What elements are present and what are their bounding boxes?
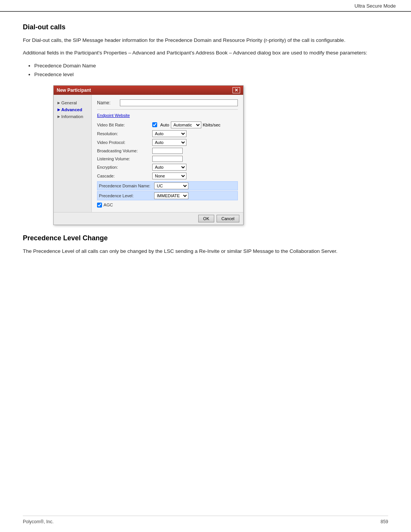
new-participant-dialog: New Participant ✕ ▶ General ▶ Advanced [53,85,244,225]
section2-para: The Precedence Level of all calls can on… [23,248,388,256]
cascade-select[interactable]: None [152,173,186,179]
dialog-sidebar: ▶ General ▶ Advanced ▶ Information [54,95,92,212]
video-protocol-label: Video Protocol: [97,140,152,145]
agc-checkbox[interactable] [97,203,102,208]
bullet-item-1: Precedence Domain Name [34,62,388,70]
auto-checkbox[interactable] [152,122,157,127]
top-bar: Ultra Secure Mode [0,0,411,12]
ok-button[interactable]: OK [198,215,214,222]
precedence-level-label: Precedence Level: [99,193,154,198]
cascade-row: Cascade: None [97,173,238,179]
sidebar-item-general[interactable]: ▶ General [57,99,88,106]
encryption-label: Encryption: [97,165,152,169]
precedence-level-value: IMMEDIATE [154,192,236,199]
encryption-value: Auto [152,164,238,171]
auto-label: Auto [160,123,169,127]
bullet-list: Precedence Domain Name Precedence level [34,62,388,79]
kbits-label: Kbits/sec [203,123,221,127]
video-bit-rate-value: Auto Automatic Kbits/sec [152,121,238,128]
name-input[interactable] [120,99,238,106]
precedence-domain-row: Precedence Domain Name: UC [97,181,238,190]
section1-heading: Dial-out calls [23,23,388,31]
precedence-level-row: Precedence Level: IMMEDIATE [97,191,238,200]
main-content: Dial-out calls For Dial-out calls, the S… [0,12,411,275]
nav-arrow-advanced: ▶ [57,108,60,112]
dialog-body: ▶ General ▶ Advanced ▶ Information [54,95,243,212]
section1-para1: For Dial-out calls, the SIP Message head… [23,37,388,45]
cancel-button[interactable]: Cancel [217,215,239,222]
precedence-domain-select[interactable]: UC [154,182,188,189]
endpoint-link[interactable]: Endpoint Website [97,113,130,118]
video-bit-rate-label: Video Bit Rate: [97,123,152,127]
cascade-value: None [152,173,238,179]
section2-heading: Precedence Level Change [23,234,388,242]
listening-value: . . . . / . . . 5 [152,156,238,162]
precedence-level-select[interactable]: IMMEDIATE [154,192,188,199]
nav-arrow-information: ▶ [57,115,60,118]
encryption-row: Encryption: Auto [97,164,238,171]
agc-label: AGC [104,203,113,207]
video-protocol-value: Auto [152,139,238,146]
dialog-title: New Participant [57,88,91,93]
precedence-domain-label: Precedence Domain Name: [99,184,154,188]
video-protocol-row: Video Protocol: Auto [97,139,238,146]
listening-label: Listening Volume: [97,157,152,161]
broadcasting-value: . . . . / . . . 5 [152,148,238,154]
cascade-label: Cascade: [97,174,152,178]
footer-left: Polycom®, Inc. [23,519,54,524]
dialog-titlebar: New Participant ✕ [54,86,243,95]
page-footer: Polycom®, Inc. 859 [23,516,388,524]
resolution-select[interactable]: Auto [152,130,186,137]
dialog-form: Name: Endpoint Website Video Bit Rate: A… [92,95,243,212]
video-protocol-select[interactable]: Auto [152,139,186,146]
sidebar-item-information[interactable]: ▶ Information [57,113,88,120]
sidebar-label-information: Information [61,114,83,119]
dialog-close-button[interactable]: ✕ [233,87,240,93]
top-bar-label: Ultra Secure Mode [355,3,396,9]
sidebar-label-advanced: Advanced [61,107,82,112]
dialog-wrapper: New Participant ✕ ▶ General ▶ Advanced [53,85,244,225]
video-bit-rate-row: Video Bit Rate: Auto Automatic Kbits/sec [97,121,238,128]
sidebar-label-general: General [61,101,77,105]
precedence-domain-value: UC [154,182,236,189]
sidebar-item-advanced[interactable]: ▶ Advanced [57,106,88,113]
listening-input[interactable]: . . . . / . . . 5 [152,156,183,162]
footer-right: 859 [381,519,388,524]
name-row: Name: [97,99,238,110]
resolution-label: Resolution: [97,131,152,136]
automatic-select[interactable]: Automatic [171,121,201,128]
broadcasting-input[interactable]: . . . . / . . . 5 [152,148,183,154]
listening-row: Listening Volume: . . . . / . . . 5 [97,156,238,162]
agc-row: AGC [97,203,238,208]
bullet-item-2: Precedence level [34,70,388,79]
resolution-row: Resolution: Auto [97,130,238,137]
dialog-footer: OK Cancel [54,212,243,225]
name-label: Name: [97,100,120,105]
broadcasting-label: Broadcasting Volume: [97,149,152,153]
section1-para2: Additional fields in the Participant's P… [23,49,388,57]
section2: Precedence Level Change The Precedence L… [23,234,388,256]
encryption-select[interactable]: Auto [152,164,186,171]
resolution-value: Auto [152,130,238,137]
broadcasting-row: Broadcasting Volume: . . . . / . . . 5 [97,148,238,154]
nav-arrow-general: ▶ [57,101,60,105]
